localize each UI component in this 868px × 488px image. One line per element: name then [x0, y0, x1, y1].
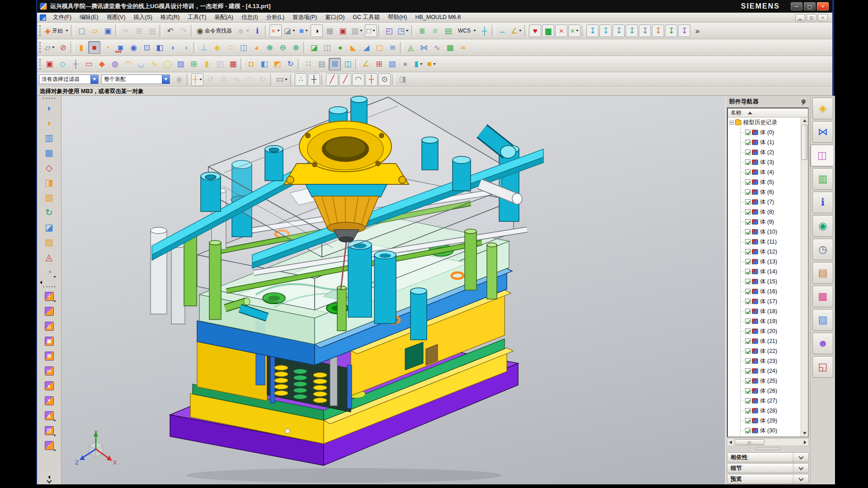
snap-arc-point-button[interactable]: ◠	[352, 73, 364, 86]
start-menu-button[interactable]: ◈开始	[43, 24, 70, 37]
resource-tab-part-navigator[interactable]: ◫	[811, 145, 833, 166]
information-button[interactable]: ℹ	[251, 24, 264, 37]
chevron-down-icon[interactable]	[277, 30, 280, 32]
menu-item[interactable]: 信息(I)	[237, 13, 262, 21]
child-close-button[interactable]: ×	[818, 14, 828, 21]
arc-snap-button[interactable]: ◠	[244, 73, 256, 86]
chevron-down-icon[interactable]	[433, 63, 436, 65]
through-curve-mesh-button[interactable]: ▦	[42, 145, 57, 160]
layer-category-button[interactable]: ▤	[442, 24, 454, 37]
tree-row-body[interactable]: 体 (5)	[728, 177, 800, 187]
x-form-button[interactable]: ◬	[42, 249, 57, 264]
examine-geometry-button[interactable]: ⊞	[188, 58, 200, 70]
pattern-geometry-button[interactable]: ∷	[302, 58, 315, 70]
plane-pair-button[interactable]: ◫	[342, 58, 354, 70]
toolbar-collapse-arrow-icon[interactable]	[40, 281, 42, 284]
assembly-cut-button[interactable]: ◆	[211, 41, 223, 54]
mold-bolt-4-button[interactable]: ↧	[626, 24, 638, 37]
box-tool-button[interactable]: ■	[425, 58, 438, 70]
expand-panel-button[interactable]	[793, 453, 808, 462]
ruled-surface-button[interactable]: ◆	[96, 58, 108, 70]
trim-body-button[interactable]: ◪	[308, 41, 320, 54]
swept-button[interactable]: ◠	[122, 58, 134, 70]
mirror-feature-button[interactable]: ◫	[237, 41, 250, 54]
chevron-down-icon[interactable]	[90, 75, 98, 84]
facet-body-button[interactable]: ▤	[316, 58, 328, 70]
studio-surface-button[interactable]: ◗	[42, 100, 57, 115]
layer-visible-in-view-button[interactable]: ≡	[429, 24, 441, 37]
revolve-button[interactable]: ◔	[101, 41, 113, 54]
visibility-checkbox[interactable]	[745, 169, 750, 175]
resource-tab-assembly-navigator[interactable]: ◈	[812, 98, 833, 119]
boss-button[interactable]: ◉	[127, 41, 140, 54]
graphics-viewport[interactable]: X Y Z	[61, 96, 725, 484]
fit-view-button[interactable]: ×	[269, 24, 282, 37]
tree-row-body[interactable]: 体 (12)	[728, 247, 800, 257]
base-pin[interactable]	[285, 429, 290, 433]
chevron-down-icon[interactable]	[519, 30, 522, 32]
tree-row-body[interactable]: 体 (8)	[728, 207, 800, 217]
visibility-checkbox[interactable]	[745, 279, 750, 284]
pin-icon[interactable]	[801, 99, 806, 104]
resource-tab-hd3d-tools[interactable]: ℹ	[812, 192, 833, 213]
chevron-down-icon[interactable]	[473, 30, 476, 32]
pattern-feature-button[interactable]: ∷	[224, 41, 236, 54]
mold-bolt-1-button[interactable]: ↧	[586, 24, 599, 37]
column-header-name[interactable]: 名称	[728, 108, 808, 117]
chamfer-button[interactable]: ◣	[347, 41, 359, 54]
wireframe-view-button[interactable]: ▦	[324, 24, 336, 37]
duplicate-face-button[interactable]: ◳	[42, 423, 57, 438]
horizontal-scrollbar[interactable]	[727, 438, 809, 446]
chevron-down-icon[interactable]	[53, 300, 56, 302]
u-block-button[interactable]: ◘	[245, 58, 257, 70]
toolbar-drag-handle[interactable]	[39, 59, 42, 70]
close-button[interactable]: ×	[817, 2, 829, 10]
scroll-down-icon[interactable]	[803, 432, 807, 435]
collapsed-panel-相依性[interactable]: 相依性	[727, 452, 809, 462]
resource-tab-scene-editor[interactable]: ▨	[812, 309, 833, 331]
menu-item[interactable]: GC 工具箱	[349, 13, 384, 21]
delete-face-button[interactable]: ×	[42, 393, 57, 408]
cube-display-button[interactable]: ◨	[396, 73, 409, 86]
menu-item[interactable]: 工具(T)	[184, 13, 210, 21]
visibility-checkbox[interactable]	[745, 269, 750, 274]
patch-button[interactable]: ▩	[444, 41, 456, 54]
scroll-up-icon[interactable]	[803, 119, 807, 122]
chevron-down-icon[interactable]	[162, 75, 170, 84]
chevron-down-icon[interactable]	[53, 450, 56, 451]
thread-button[interactable]: ≋	[387, 41, 399, 54]
intersect-button[interactable]: ⊗	[290, 41, 302, 54]
point-button[interactable]: ┼	[70, 58, 82, 70]
tree-row-body[interactable]: 体 (9)	[728, 217, 800, 227]
chevron-down-icon[interactable]	[53, 420, 56, 422]
chevron-down-icon[interactable]	[406, 30, 409, 32]
visibility-checkbox[interactable]	[745, 130, 750, 135]
visibility-checkbox[interactable]	[745, 309, 750, 314]
visibility-checkbox[interactable]	[745, 229, 750, 235]
open-file-button[interactable]: ▱	[89, 24, 101, 37]
transition-surface-button[interactable]: ◨	[42, 175, 57, 190]
chevron-down-icon[interactable]	[420, 63, 423, 65]
tree-row-body[interactable]: 体 (20)	[728, 326, 800, 336]
new-window-button[interactable]: ◰	[383, 24, 395, 37]
chevron-down-icon[interactable]	[292, 30, 295, 32]
tree-row-body[interactable]: 体 (27)	[728, 396, 800, 406]
visibility-checkbox[interactable]	[745, 398, 750, 404]
paste-button[interactable]: ▤	[146, 24, 158, 37]
cut-face-button[interactable]: ▭	[42, 363, 57, 378]
edge-blend-button[interactable]: ●	[334, 41, 346, 54]
resource-tab-history[interactable]: ◷	[812, 239, 833, 260]
sew-button[interactable]: ∿	[431, 41, 443, 54]
tree-row-body[interactable]: 体 (7)	[728, 197, 800, 207]
sphere-grid-button[interactable]: ◍	[109, 58, 121, 70]
pocket-button[interactable]: ⊡	[141, 41, 153, 54]
visibility-checkbox[interactable]	[745, 368, 750, 374]
rollback-button[interactable]: ↺	[204, 73, 217, 86]
tree-root-row[interactable]: 模型历史记录	[728, 117, 800, 127]
visibility-checkbox[interactable]	[745, 150, 750, 155]
hatch-pedestal-button[interactable]: ▦	[227, 58, 239, 70]
section-hatch-button[interactable]: ▨	[175, 58, 187, 70]
through-curves-button[interactable]: ▥	[42, 130, 57, 145]
toolbar-drag-handle[interactable]	[43, 98, 56, 99]
block-button[interactable]: ■	[88, 41, 100, 54]
